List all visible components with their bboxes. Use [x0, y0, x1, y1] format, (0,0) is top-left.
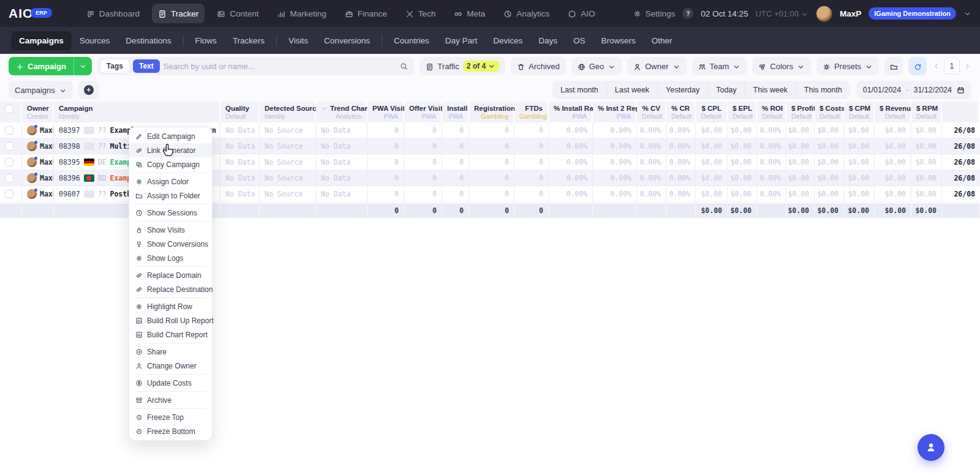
column-header-offer-visits[interactable]: Offer VisitsPWA — [404, 102, 442, 122]
menu-item-show-sessions[interactable]: Show Sessions — [129, 206, 212, 220]
menu-item-freeze-bottom[interactable]: Freeze Bottom — [129, 424, 212, 438]
user-avatar[interactable] — [816, 6, 832, 22]
prev-page-button[interactable] — [932, 61, 940, 72]
page-number[interactable]: 1 — [944, 58, 960, 74]
traffic-filter-button[interactable]: Traffic 2 of 4 — [420, 57, 505, 75]
menu-item-build-roll-up-report[interactable]: Build Roll Up Report — [129, 313, 212, 327]
account-chevron-icon[interactable] — [963, 8, 971, 19]
column-header-install[interactable]: InstallPWA — [442, 102, 469, 122]
row-checkbox[interactable] — [5, 158, 13, 166]
subnav-item-conversions[interactable]: Conversions — [316, 31, 378, 50]
archived-button[interactable]: Archived — [511, 57, 566, 75]
column-header--profit[interactable]: $ ProfitDefault — [786, 102, 815, 122]
quick-range-this-month[interactable]: This month — [796, 81, 850, 99]
quick-range-today[interactable]: Today — [708, 81, 745, 99]
subnav-item-os[interactable]: OS — [565, 31, 594, 50]
subnav-item-destinations[interactable]: Destinations — [118, 31, 179, 50]
help-button[interactable]: ? — [682, 8, 693, 19]
text-toggle[interactable]: Text — [133, 59, 160, 73]
top-nav-item-tech[interactable]: Tech — [399, 4, 442, 23]
subnav-item-devices[interactable]: Devices — [485, 31, 530, 50]
top-nav-item-finance[interactable]: Finance — [339, 4, 393, 23]
top-nav-item-analytics[interactable]: Analytics — [497, 4, 556, 23]
menu-item-assign-color[interactable]: Assign Color — [129, 174, 212, 189]
menu-item-replace-domain[interactable]: Replace Domain — [129, 268, 212, 282]
column-header--roi[interactable]: % ROIDefault — [757, 102, 786, 122]
subnav-item-browsers[interactable]: Browsers — [594, 31, 644, 50]
row-checkbox[interactable] — [5, 174, 13, 182]
menu-item-highlight-row[interactable]: Highlight Row — [129, 299, 212, 313]
top-nav-item-meta[interactable]: Meta — [448, 4, 491, 23]
tags-toggle[interactable]: Tags — [100, 59, 129, 73]
row-checkbox[interactable] — [5, 190, 13, 198]
column-header--inst-2-reg[interactable]: % Inst 2 RegPWA — [593, 102, 637, 122]
column-header-ftds[interactable]: FTDsGambling — [514, 102, 549, 122]
column-header-owner[interactable]: OwnerCreator — [22, 102, 54, 122]
date-range-picker[interactable]: 01/01/2024 - 31/12/2024 — [856, 81, 971, 99]
support-fab-button[interactable] — [918, 434, 944, 461]
subnav-item-sources[interactable]: Sources — [72, 31, 118, 50]
top-nav-item-content[interactable]: Content — [211, 4, 265, 23]
new-campaign-button[interactable]: Campaign — [9, 57, 92, 75]
add-filter-button[interactable]: + — [78, 81, 99, 99]
subnav-item-visits[interactable]: Visits — [281, 31, 316, 50]
column-header--cv[interactable]: % CVDefault — [637, 102, 666, 122]
column-header--revenue[interactable]: $ RevenueDefault — [875, 102, 911, 122]
traffic-count-chip[interactable]: 2 of 4 — [463, 61, 499, 72]
menu-item-show-conversions[interactable]: Show Conversions — [129, 237, 212, 251]
quick-range-yesterday[interactable]: Yesterday — [658, 81, 708, 99]
column-header--install-rate[interactable]: % Install RatePWA — [549, 102, 593, 122]
owner-filter-button[interactable]: Owner — [627, 57, 686, 75]
folder-button[interactable] — [884, 57, 903, 75]
subnav-item-campaigns[interactable]: Campaigns — [11, 31, 72, 50]
subnav-item-other[interactable]: Other — [644, 31, 680, 50]
quick-range-this-week[interactable]: This week — [745, 81, 796, 99]
row-checkbox[interactable] — [5, 142, 13, 151]
presets-button[interactable]: Presets — [816, 57, 879, 75]
column-header-trend-chart[interactable]: Trend ChartAnalytics — [316, 102, 368, 122]
column-header--cpm[interactable]: $ CPMDefault — [844, 102, 875, 122]
column-header--rpm[interactable]: $ RPMDefault — [911, 102, 942, 122]
column-header--epl[interactable]: $ EPLDefault — [728, 102, 757, 122]
top-nav-item-dashboard[interactable]: Dashboard — [80, 4, 146, 23]
menu-item-share[interactable]: Share — [129, 345, 212, 359]
menu-item-link-generator[interactable]: Link Generator — [129, 143, 212, 157]
workspace-badge[interactable]: IGaming Demonstration — [869, 7, 956, 20]
subnav-item-countries[interactable]: Countries — [386, 31, 437, 50]
column-header-campaign[interactable]: CampaignIdentity — [54, 102, 221, 122]
menu-item-build-chart-report[interactable]: Build Chart Report — [129, 327, 212, 342]
new-campaign-dropdown[interactable] — [74, 57, 92, 75]
menu-item-edit-campaign[interactable]: Edit Campaign — [129, 129, 212, 143]
geo-filter-button[interactable]: Geo — [571, 57, 622, 75]
team-filter-button[interactable]: Team — [692, 57, 747, 75]
menu-item-archive[interactable]: Archive — [129, 393, 212, 407]
menu-item-show-logs[interactable]: Show Logs — [129, 251, 212, 265]
subnav-item-day-part[interactable]: Day Part — [437, 31, 486, 50]
search-input[interactable] — [164, 62, 397, 71]
colors-filter-button[interactable]: Colors — [752, 57, 811, 75]
column-header-detected-source[interactable]: Detected SourceIdentity — [260, 102, 316, 122]
subnav-item-days[interactable]: Days — [530, 31, 565, 50]
menu-item-freeze-top[interactable]: Freeze Top — [129, 410, 212, 424]
column-header-registrations[interactable]: RegistrationsGambling — [469, 102, 514, 122]
entity-selector[interactable]: Campaigns — [9, 81, 73, 99]
menu-item-copy-campaign[interactable]: Copy Campaign — [129, 157, 212, 171]
subnav-item-trackers[interactable]: Trackers — [225, 31, 273, 50]
refresh-button[interactable] — [908, 57, 927, 75]
column-header--cpl[interactable]: $ CPLDefault — [696, 102, 728, 122]
quick-range-last-week[interactable]: Last week — [607, 81, 658, 99]
column-header-quality[interactable]: QualityDefault — [221, 102, 260, 122]
row-checkbox[interactable] — [5, 126, 13, 135]
menu-item-show-visits[interactable]: Show Visits — [129, 223, 212, 237]
column-header-pwa-visits[interactable]: PWA VisitsPWA — [368, 102, 404, 122]
subnav-item-flows[interactable]: Flows — [187, 31, 225, 50]
settings-button[interactable]: Settings — [633, 9, 675, 18]
column-header--cr[interactable]: % CRDefault — [666, 102, 696, 122]
column-header--costs[interactable]: $ CostsDefault — [815, 102, 844, 122]
top-nav-item-tracker[interactable]: Tracker — [152, 4, 205, 23]
timezone-selector[interactable]: UTC +01:00 — [756, 9, 809, 18]
menu-item-replace-destination[interactable]: Replace Destination — [129, 282, 212, 296]
app-logo[interactable]: AIO ERP — [9, 6, 52, 21]
next-page-button[interactable] — [963, 61, 971, 72]
top-nav-item-aio[interactable]: AIO — [562, 4, 601, 23]
